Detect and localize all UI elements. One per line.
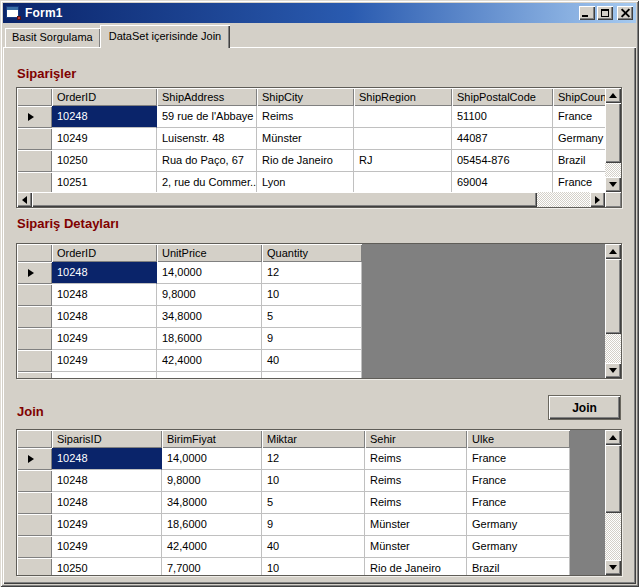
scroll-left-button[interactable] [17,192,32,207]
cell[interactable]: 10249 [52,536,162,558]
form-icon[interactable] [6,6,21,20]
vertical-scrollbar-thumb[interactable] [605,103,621,163]
scroll-down-button[interactable] [605,363,621,378]
horizontal-scrollbar[interactable] [17,192,605,207]
scroll-up-button[interactable] [605,244,621,259]
column-header-shipcity[interactable]: ShipCity [257,88,354,106]
column-header-quantity[interactable]: Quantity [262,244,362,262]
cell[interactable]: France [553,106,605,128]
cell[interactable]: 9 [262,514,365,536]
column-header-shipaddress[interactable]: ShipAddress [157,88,257,106]
cell[interactable]: 7,7000 [162,558,262,575]
cell[interactable]: 10250 [52,150,157,172]
cell[interactable]: Luisenstr. 48 [157,128,257,150]
row-header[interactable] [17,492,52,514]
cell[interactable]: Lyon [257,172,354,192]
cell[interactable]: 51100 [452,106,553,128]
cell[interactable]: 9,8000 [162,470,262,492]
cell[interactable]: 10248 [52,470,162,492]
vertical-scrollbar-track[interactable] [605,163,621,177]
row-header[interactable] [17,328,52,350]
tab-basit-sorgulama[interactable]: Basit Sorgulama [5,28,100,47]
cell[interactable] [157,372,262,378]
maximize-button[interactable] [597,6,613,20]
cell[interactable]: 14,0000 [162,448,262,470]
row-header[interactable] [17,558,52,575]
cell[interactable]: Münster [365,536,467,558]
column-header-orderid[interactable]: OrderID [52,244,157,262]
row-header[interactable] [17,536,52,558]
cell[interactable]: 69004 [452,172,553,192]
row-header[interactable] [17,350,52,372]
cell[interactable]: 44087 [452,128,553,150]
cell[interactable]: 10248 [52,262,157,284]
cell[interactable]: 10251 [52,172,157,192]
cell[interactable]: Reims [257,106,354,128]
cell[interactable]: 9 [262,328,362,350]
cell[interactable]: 40 [262,350,362,372]
horizontal-scrollbar-track[interactable] [537,192,590,207]
cell[interactable] [354,128,452,150]
cell[interactable]: 5 [262,306,362,328]
cell[interactable]: Germany [553,128,605,150]
horizontal-scrollbar-thumb[interactable] [32,192,537,207]
column-header-ulke[interactable]: Ulke [467,430,570,448]
cell[interactable]: 10248 [52,448,162,470]
cell[interactable] [52,372,157,378]
row-header[interactable] [17,284,52,306]
scroll-right-button[interactable] [590,192,605,207]
vertical-scrollbar-track[interactable] [605,334,621,363]
cell[interactable]: RJ [354,150,452,172]
grid-corner-cell[interactable] [17,244,52,262]
cell[interactable]: 42,4000 [157,350,262,372]
column-header-unitprice[interactable]: UnitPrice [157,244,262,262]
cell[interactable]: 40 [262,536,365,558]
cell[interactable]: Reims [365,448,467,470]
vertical-scrollbar-track[interactable] [605,513,621,560]
cell[interactable]: 10249 [52,514,162,536]
close-button[interactable] [617,6,633,20]
vertical-scrollbar-thumb[interactable] [605,259,621,334]
cell[interactable]: 10249 [52,128,157,150]
cell[interactable]: Münster [257,128,354,150]
cell[interactable]: Rio de Janeiro [257,150,354,172]
column-header-shipregion[interactable]: ShipRegion [354,88,452,106]
cell[interactable]: France [467,492,570,514]
scroll-up-button[interactable] [605,88,621,103]
cell[interactable]: 05454-876 [452,150,553,172]
cell[interactable]: 10249 [52,350,157,372]
cell[interactable]: Germany [467,514,570,536]
column-header-shipcountry[interactable]: ShipCountry [553,88,605,106]
cell[interactable]: 12 [262,448,365,470]
cell[interactable]: 10250 [52,558,162,575]
cell[interactable]: 10249 [52,328,157,350]
cell[interactable]: France [467,470,570,492]
cell[interactable]: 59 rue de l'Abbaye [157,106,257,128]
cell[interactable]: Rio de Janeiro [365,558,467,575]
cell[interactable]: 10 [262,284,362,306]
column-header-sehir[interactable]: Sehir [365,430,467,448]
row-header[interactable] [17,448,52,470]
cell[interactable]: Germany [467,536,570,558]
row-header[interactable] [17,306,52,328]
cell[interactable]: 18,6000 [162,514,262,536]
scroll-down-button[interactable] [605,177,621,192]
scroll-down-button[interactable] [605,560,621,575]
vertical-scrollbar[interactable] [605,244,621,378]
cell[interactable]: 10248 [52,284,157,306]
cell[interactable]: Reims [365,492,467,514]
cell[interactable]: Münster [365,514,467,536]
minimize-button[interactable] [579,6,595,20]
cell[interactable] [262,372,362,378]
cell[interactable]: France [553,172,605,192]
cell[interactable]: Rua do Paço, 67 [157,150,257,172]
cell[interactable]: 10 [262,470,365,492]
cell[interactable]: 10248 [52,492,162,514]
row-header[interactable] [17,372,52,378]
join-button[interactable]: Join [548,395,621,420]
grid-corner-cell[interactable] [17,88,52,106]
row-header[interactable] [17,128,52,150]
grid-corner-cell[interactable] [17,430,52,448]
vertical-scrollbar[interactable] [605,430,621,575]
column-header-orderid[interactable]: OrderID [52,88,157,106]
